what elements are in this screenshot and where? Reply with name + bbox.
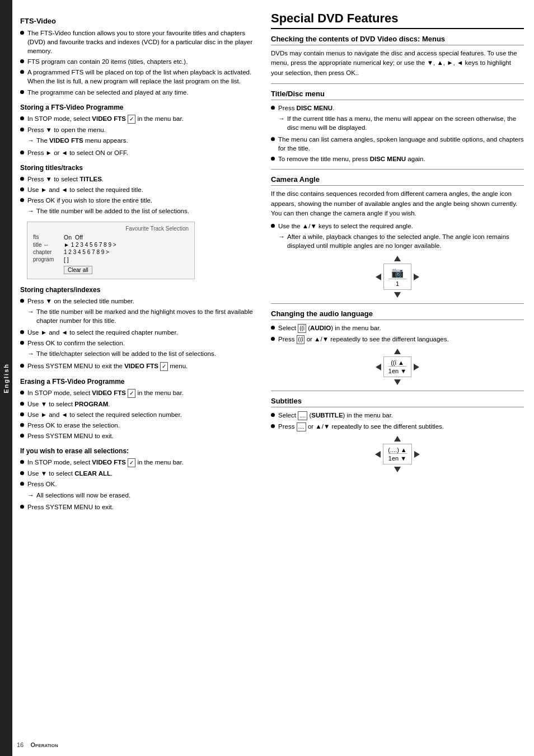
bullet-dot	[271, 424, 275, 428]
sc-text-6: Press SYSTEM MENU to exit the VIDEO FTS …	[27, 361, 188, 371]
fts-row-1: fts On Off	[33, 234, 189, 241]
fts-program-label: program	[33, 256, 64, 262]
changing-audio-list: Select ((ί (AUDIO) in the menu bar. Pres…	[271, 323, 524, 344]
left-arrow-area	[376, 274, 381, 280]
sc-text-3: Use ► and ◄ to select the required chapt…	[27, 328, 178, 337]
fts-row-title: title ↔ ► 1 2 3 4 5 6 7 8 9 >	[33, 242, 189, 248]
bullet-dot	[20, 59, 24, 63]
sub-left-icon	[375, 451, 381, 458]
audio-up-icon	[394, 349, 401, 354]
sub-down-icon	[394, 467, 401, 472]
er-item-5: Press SYSTEM MENU to exit.	[20, 431, 261, 440]
sub-center-area: (....) ▲ 1en ▼	[383, 436, 412, 472]
camera-angle-title: Camera Angle	[271, 175, 524, 186]
bullet-dot	[20, 187, 24, 191]
audio-center-area: ((ί ▲ 1en ▼	[383, 349, 411, 385]
bullet-dot	[20, 116, 24, 120]
sc-text-1: Press ▼ on the selected title number.	[27, 297, 134, 306]
ea-item-3: Press OK.	[20, 480, 261, 489]
fts-chapter-label: chapter	[33, 249, 64, 255]
operation-label: Operation	[30, 741, 58, 748]
audio-diagram-container: ((ί ▲ 1en ▼	[376, 349, 419, 385]
camera-angle-list: Use the ▲/▼ keys to select the required …	[271, 222, 524, 251]
main-content: FTS-Video The FTS-Video function allows …	[12, 0, 534, 756]
sub-text-1: Select .... (SUBTITLE) in the menu bar.	[278, 411, 393, 420]
td-text-4: To remove the title menu, press DISC MEN…	[278, 154, 425, 163]
audio-right-arrow	[414, 364, 419, 370]
sc-item-5: →The title/chapter selection will be add…	[20, 349, 261, 360]
sp-sub-text-1: The VIDEO FTS menu appears.	[36, 136, 128, 145]
intro-item-1: The FTS-Video function allows you to sto…	[20, 29, 261, 55]
ea-item-4: →All selections will now be erased.	[20, 491, 261, 501]
arrow-icon: →	[27, 491, 34, 500]
bullet-dot	[20, 177, 24, 181]
audio-right-icon	[414, 364, 419, 370]
ea-item-5: Press SYSTEM MENU to exit.	[20, 503, 261, 511]
intro-text-3: A programmed FTS will be placed on top o…	[27, 68, 261, 86]
fts-chapter-vals: 1 2 3 4 5 6 7 8 9 >	[64, 249, 109, 255]
fts-row-program: program [ ]	[33, 256, 189, 263]
td-item-4: To remove the title menu, press DISC MEN…	[271, 154, 524, 163]
sp-text-1: In STOP mode, select VIDEO FTS ✓ in the …	[27, 114, 184, 124]
sub-left-arrow	[375, 451, 381, 458]
side-tab: English	[0, 0, 12, 756]
bullet-dot	[20, 341, 24, 345]
down-arrow-icon	[394, 292, 401, 298]
st-item-4: →The title number will be added to the l…	[20, 206, 261, 217]
bullet-dot	[271, 326, 275, 330]
td-text-3: The menu can list camera angles, spoken …	[278, 135, 524, 153]
td-sub-1: →If the current title has a menu, the me…	[278, 114, 524, 132]
subtitle-diagram-container: (....) ▲ 1en ▼	[375, 436, 420, 472]
bullet-dot	[20, 364, 24, 368]
fts-label: fts	[33, 234, 64, 240]
intro-text-1: The FTS-Video function allows you to sto…	[27, 29, 261, 55]
er-item-3: Use ► and ◄ to select the required selec…	[20, 410, 261, 419]
storing-titles-list: Press ▼ to select TITLES. Use ► and ◄ to…	[20, 175, 261, 217]
clear-all-button[interactable]: Clear all	[64, 266, 92, 274]
fts-program-brackets: [ ]	[64, 256, 69, 263]
right-main-title: Special DVD Features	[271, 11, 524, 29]
checking-body: DVDs may contain menus to navigate the d…	[271, 49, 524, 78]
camera-icon: 📷	[388, 266, 406, 279]
page-number: 16	[17, 741, 24, 748]
intro-item-3: A programmed FTS will be placed on top o…	[20, 68, 261, 86]
center-area: 📷 1	[383, 256, 411, 298]
st-text-1: Press ▼ to select TITLES.	[27, 175, 104, 184]
er-text-1: In STOP mode, select VIDEO FTS ✓ in the …	[27, 388, 184, 398]
fts-table: Favourite Track Selection fts On Off tit…	[27, 222, 195, 279]
left-arrow-icon	[376, 274, 381, 280]
bullet-dot	[20, 482, 24, 486]
divider-1	[271, 83, 524, 84]
bullet-dot	[20, 128, 24, 132]
bullet-dot	[271, 137, 275, 141]
sub-up-icon	[394, 436, 401, 442]
bullet-dot	[20, 402, 24, 406]
bullet-dot	[20, 90, 24, 94]
fts-table-title: Favourite Track Selection	[33, 226, 189, 232]
intro-text-4: The programme can be selected and played…	[27, 88, 189, 97]
changing-audio-section: Changing the audio language Select ((ί (…	[271, 309, 524, 385]
audio-text-1: Select ((ί (AUDIO) in the menu bar.	[278, 323, 381, 333]
td-text-1: Press DISC MENU.	[278, 104, 334, 112]
ea-text-1: In STOP mode, select VIDEO FTS ✓ in the …	[27, 458, 184, 467]
ca-sub-1: →After a while, playback changes to the …	[278, 232, 524, 250]
sub-center-box: (....) ▲ 1en ▼	[383, 444, 412, 464]
sc-item-2: →The title number will be marked and the…	[20, 307, 261, 326]
subtitles-section: Subtitles Select .... (SUBTITLE) in the …	[271, 397, 524, 472]
er-text-4: Press OK to erase the selection.	[27, 421, 120, 430]
bullet-dot	[20, 198, 24, 202]
sc-text-4: Press OK to confirm the selection.	[27, 339, 125, 348]
arrow-icon: →	[27, 307, 34, 317]
bullet-dot	[20, 70, 24, 74]
st-item-1: Press ▼ to select TITLES.	[20, 175, 261, 184]
ea-sub-1: →All selections will now be erased.	[27, 491, 130, 500]
sp-text-2: Press ▼ to open the menu.	[27, 125, 106, 134]
er-text-2: Use ▼ to select PROGRAM.	[27, 400, 110, 408]
title-disc-title: Title/Disc menu	[271, 90, 524, 100]
sp-sub-1: →The VIDEO FTS menu appears.	[27, 136, 128, 145]
td-item-1: Press DISC MENU.	[271, 104, 524, 112]
subtitle-diagram: (....) ▲ 1en ▼	[271, 436, 524, 472]
st-sub-text-1: The title number will be added to the li…	[36, 206, 189, 215]
fts-on: On	[64, 234, 72, 241]
er-text-3: Use ► and ◄ to select the required selec…	[27, 410, 182, 419]
